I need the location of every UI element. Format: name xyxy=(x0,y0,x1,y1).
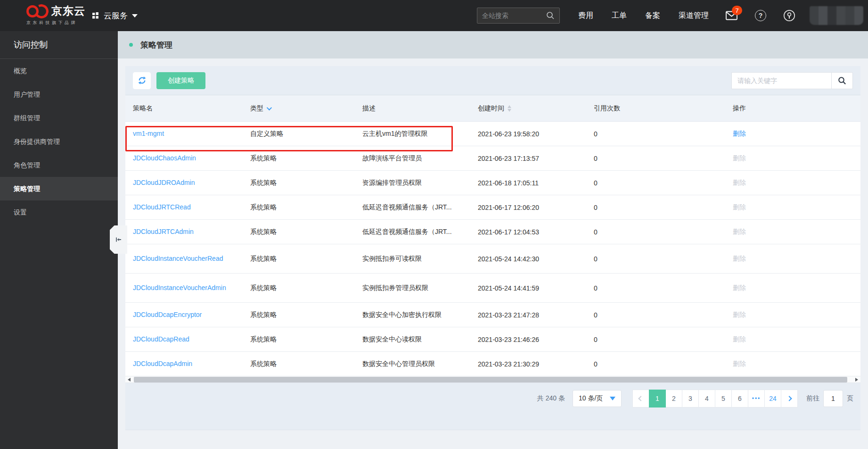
delete-button-disabled: 删除 xyxy=(733,335,746,343)
page-status-dot-icon xyxy=(129,43,133,47)
pagination: 共 240 条 10 条/页 1 2 3 4 5 6 ••• 24 xyxy=(537,390,853,407)
sidebar-item-settings[interactable]: 设置 xyxy=(0,200,118,224)
policy-created: 2021-05-24 14:42:30 xyxy=(470,255,586,263)
sidebar-item-overview[interactable]: 概览 xyxy=(0,59,118,83)
jdcloud-logo[interactable]: 京东云 京东科技旗下品牌 xyxy=(26,4,97,26)
table-row: JDCloudDcapAdmin 系统策略 数据安全中心管理员权限 2021-0… xyxy=(125,352,860,376)
goto-label: 前往 xyxy=(806,394,819,403)
sidebar-collapse-handle[interactable] xyxy=(110,225,127,254)
topbar: 京东云 京东科技旗下品牌 云服务 费用 工单 备案 xyxy=(0,0,868,31)
policy-created: 2021-03-23 21:46:26 xyxy=(470,336,586,343)
next-page-button[interactable] xyxy=(781,390,798,407)
keyword-input[interactable] xyxy=(731,72,831,89)
goto-page-input[interactable] xyxy=(823,390,843,407)
nav-channel-mgmt[interactable]: 渠道管理 xyxy=(679,11,709,21)
page-button-6[interactable]: 6 xyxy=(731,390,748,407)
policy-link[interactable]: JDCloudDcapEncryptor xyxy=(133,310,202,319)
policy-refs: 0 xyxy=(586,336,725,343)
scroll-right-button[interactable] xyxy=(853,376,860,383)
create-policy-button[interactable]: 创建策略 xyxy=(156,72,205,89)
col-description: 描述 xyxy=(362,104,376,113)
sidebar-item-idp-mgmt[interactable]: 身份提供商管理 xyxy=(0,130,118,153)
page-button-5[interactable]: 5 xyxy=(715,390,732,407)
sidebar-item-group-mgmt[interactable]: 群组管理 xyxy=(0,106,118,130)
type-filter-chevron-icon[interactable] xyxy=(267,105,272,110)
grid-icon xyxy=(92,12,99,19)
policy-refs: 0 xyxy=(586,204,725,211)
policy-type: 系统策略 xyxy=(243,255,355,263)
policy-link[interactable]: JDCloudDcapAdmin xyxy=(133,359,192,368)
collapse-arrow-icon xyxy=(115,236,122,243)
policy-refs: 0 xyxy=(586,284,725,292)
policy-desc: 数据安全中心读权限 xyxy=(355,335,470,344)
policy-refs: 0 xyxy=(586,311,725,319)
policy-refs: 0 xyxy=(586,255,725,263)
table-row: JDCloudInstanceVoucherAdmin 系统策略 实例抵扣券管理… xyxy=(125,274,860,303)
col-policy-name: 策略名 xyxy=(133,104,153,113)
delete-button[interactable]: 删除 xyxy=(733,130,746,137)
policy-type: 系统策略 xyxy=(243,284,355,292)
page-size-select[interactable]: 10 条/页 xyxy=(573,390,622,407)
table-row: JDCloudInstanceVoucherRead 系统策略 实例抵扣券可读权… xyxy=(125,244,860,274)
policy-created: 2021-06-17 12:04:53 xyxy=(470,228,586,236)
scrollbar-thumb[interactable] xyxy=(134,377,847,382)
table-row: vm1-mgmt 自定义策略 云主机vm1的管理权限 2021-06-23 19… xyxy=(125,122,860,146)
more-pages-button[interactable]: ••• xyxy=(748,390,765,407)
keyword-search-button[interactable] xyxy=(831,72,853,89)
policy-desc: 低延迟音视频通信服务（JRT... xyxy=(355,203,470,212)
policy-link[interactable]: JDCloudJRTCAdmin xyxy=(133,227,194,236)
sidebar-item-role-mgmt[interactable]: 角色管理 xyxy=(0,153,118,177)
product-switcher[interactable]: 云服务 xyxy=(92,0,138,31)
sidebar-item-policy-mgmt[interactable]: 策略管理 xyxy=(0,177,118,200)
policy-type: 系统策略 xyxy=(243,179,355,187)
policy-link[interactable]: JDCloudChaosAdmin xyxy=(133,153,196,163)
topbar-right: 费用 工单 备案 渠道管理 7 ? xyxy=(477,0,863,31)
refresh-button[interactable] xyxy=(133,72,151,89)
delete-button-disabled: 删除 xyxy=(733,228,746,235)
page-button-3[interactable]: 3 xyxy=(682,390,699,407)
chevron-left-icon xyxy=(638,396,643,401)
policy-created: 2021-03-23 21:47:28 xyxy=(470,311,586,319)
policy-desc: 实例抵扣券管理员权限 xyxy=(355,284,470,292)
policy-created: 2021-05-24 14:41:59 xyxy=(470,284,586,292)
page-button-24[interactable]: 24 xyxy=(764,390,781,407)
brand-subtitle: 京东科技旗下品牌 xyxy=(26,20,97,26)
page-button-1[interactable]: 1 xyxy=(649,390,666,407)
jdcloud-logo-icon xyxy=(26,4,48,18)
account-button[interactable] xyxy=(783,9,795,22)
nav-tickets[interactable]: 工单 xyxy=(612,11,627,21)
search-icon[interactable] xyxy=(546,11,555,20)
sidebar-title: 访问控制 xyxy=(0,31,118,59)
keyword-search xyxy=(731,72,853,89)
delete-button-disabled: 删除 xyxy=(733,203,746,211)
policy-link[interactable]: JDCloudDcapRead xyxy=(133,334,189,344)
sidebar-item-user-mgmt[interactable]: 用户管理 xyxy=(0,83,118,106)
help-button[interactable]: ? xyxy=(755,10,766,21)
page-size-value: 10 条/页 xyxy=(579,394,603,403)
policy-created: 2021-06-23 17:13:57 xyxy=(470,155,586,162)
policy-link[interactable]: JDCloudInstanceVoucherAdmin xyxy=(133,283,226,292)
policy-link[interactable]: JDCloudJDROAdmin xyxy=(133,178,195,187)
page-button-4[interactable]: 4 xyxy=(698,390,715,407)
col-actions: 操作 xyxy=(733,104,746,113)
global-search-input[interactable] xyxy=(482,12,546,19)
help-icon: ? xyxy=(755,10,766,21)
page-button-2[interactable]: 2 xyxy=(665,390,682,407)
policy-link[interactable]: vm1-mgmt xyxy=(133,129,164,138)
nav-icp[interactable]: 备案 xyxy=(645,11,660,21)
policy-type: 系统策略 xyxy=(243,228,355,236)
user-account-blurred[interactable] xyxy=(810,6,863,25)
messages-button[interactable]: 7 xyxy=(726,11,738,20)
policy-link[interactable]: JDCloudJRTCRead xyxy=(133,202,191,212)
message-count-badge: 7 xyxy=(732,6,742,15)
policy-type: 系统策略 xyxy=(243,203,355,212)
nav-billing[interactable]: 费用 xyxy=(578,11,593,21)
delete-button-disabled: 删除 xyxy=(733,255,746,262)
scroll-left-button[interactable] xyxy=(125,376,133,383)
prev-page-button[interactable] xyxy=(632,390,649,407)
chevron-down-icon xyxy=(132,14,138,17)
global-search[interactable] xyxy=(477,8,560,24)
policy-refs: 0 xyxy=(586,155,725,162)
policy-link[interactable]: JDCloudInstanceVoucherRead xyxy=(133,254,223,263)
created-sort-icon[interactable] xyxy=(508,105,511,112)
